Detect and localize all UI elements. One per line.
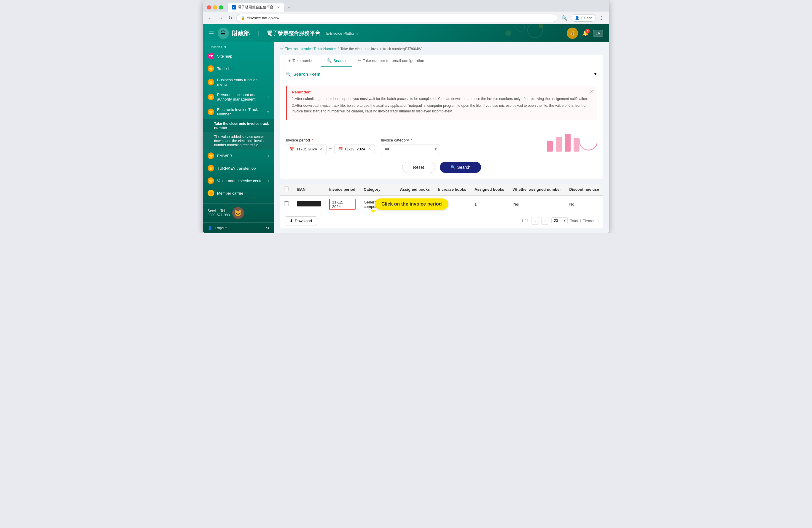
tab-close-button[interactable]: ✕ — [277, 5, 280, 10]
service-tel: Service Tel 0800-521-988 🐱 — [207, 207, 269, 219]
logout-arrow-icon: ↪ — [266, 226, 269, 230]
header-title-en: E-Invoice Platform — [326, 31, 358, 35]
sidebar-logout[interactable]: 👤 Logout ↪ — [203, 223, 274, 233]
svg-rect-7 — [574, 138, 580, 152]
breadcrumb: ::: Electronic Invoice Track Number / Ta… — [280, 47, 603, 51]
tab-email-config[interactable]: ✏ Take number for email configuration — [352, 55, 430, 67]
header-title-main: 財政部 — [232, 29, 250, 38]
guest-account-button[interactable]: 👤 Guest — [571, 14, 595, 22]
notification-badge: 1 — [585, 29, 590, 33]
sidebar-item-eaiweb[interactable]: ⭐ EAIWEB › — [203, 149, 274, 162]
table-header-row: BAN Invoice period Category Assigned boo… — [280, 184, 603, 196]
next-page-button[interactable]: › — [541, 217, 549, 225]
member-carrier-icon: 🔶 — [207, 190, 214, 196]
invoice-category-select[interactable]: All General tax computation Special tax … — [381, 144, 440, 154]
breadcrumb-separator: ::: — [280, 47, 283, 51]
row-assigned-books-cell: 1 — [396, 196, 434, 213]
service-tel-number: 0800-521-988 — [207, 213, 230, 217]
eaiweb-icon: ⭐ — [207, 153, 214, 159]
maximize-window-button[interactable] — [219, 5, 223, 10]
sidebar-item-todo[interactable]: ⭐ To-do list — [203, 62, 274, 75]
search-button-icon: 🔍 — [450, 165, 455, 170]
date-from-value: 11-12, 2024 — [296, 147, 317, 151]
page-size-wrapper: 20 50 100 — [551, 217, 568, 224]
close-window-button[interactable] — [207, 5, 211, 10]
prev-page-button[interactable]: ‹ — [531, 217, 539, 225]
page-size-select[interactable]: 20 50 100 — [551, 217, 568, 224]
row-increase-books-cell: 0 — [434, 196, 470, 213]
search-form-header[interactable]: 🔍 Search Form ▼ — [280, 67, 603, 81]
download-label: Download — [295, 219, 312, 223]
tab-take-number-label: Take number — [292, 58, 315, 63]
address-bar[interactable]: 🔒 einvoice.nat.gov.tw — [236, 14, 557, 22]
table-footer: ⬇ Download 1 / 1 ‹ › 20 50 100 — [280, 213, 603, 228]
app-body: Function List − 🗺 Site map ⭐ To-do list … — [203, 42, 609, 233]
new-tab-button[interactable]: + — [288, 5, 290, 10]
app-header: ☰ 🏛 財政部 ｜ 電子發票整合服務平台 E-Invoice Platform — [203, 24, 609, 42]
row-checkbox[interactable] — [284, 201, 289, 206]
tab-search[interactable]: 🔍 Search — [321, 55, 351, 67]
sidebar-item-sitemap[interactable]: 🗺 Site map — [203, 50, 274, 62]
breadcrumb-einvoice-track[interactable]: Electronic Invoice Track Number — [285, 47, 336, 51]
notifications-button[interactable]: 🔔 1 — [582, 30, 589, 37]
personnel-chevron-icon: › — [268, 95, 269, 99]
date-to-input[interactable]: 📅 11-12, 2024 ✕ — [334, 144, 375, 154]
svg-point-2 — [505, 30, 511, 36]
reset-button[interactable]: Reset — [402, 162, 435, 173]
sidebar-item-turnkey[interactable]: ⭐ TURNKEY transfer job › — [203, 162, 274, 174]
sidebar-item-member-carrier[interactable]: 🔶 Member carrier — [203, 187, 274, 199]
date-to-clear-button[interactable]: ✕ — [368, 147, 371, 151]
select-all-checkbox[interactable] — [284, 187, 289, 191]
refresh-button[interactable]: ↻ — [227, 14, 233, 22]
sidebar-item-einvoice-track[interactable]: ⭐ Electronic Invoice Track Number ∨ — [203, 104, 274, 119]
header-logo: 🏛 財政部 ｜ 電子發票整合服務平台 E-Invoice Platform — [218, 28, 358, 39]
sidebar: Function List − 🗺 Site map ⭐ To-do list … — [203, 42, 274, 233]
value-added-svc-chevron-icon: › — [268, 179, 269, 182]
business-chevron-icon: › — [268, 81, 269, 84]
sidebar-sub-item-value-added[interactable]: The value-added service center downloads… — [203, 132, 274, 149]
table-body: 11-12, 2024 General tax computation 1 0 … — [280, 196, 603, 213]
logout-label: Logout — [215, 226, 227, 230]
tab-bar: + Take number 🔍 Search ✏ Take number for… — [280, 55, 603, 67]
col-discontinue: Discontinue use — [565, 184, 603, 196]
sidebar-todo-label: To-do list — [217, 67, 232, 71]
invoice-period-value[interactable]: 11-12, 2024 — [329, 199, 356, 210]
ban-redacted — [297, 201, 321, 206]
col-invoice-period: Invoice period — [325, 184, 360, 196]
invoice-category-group: Invoice category * All General tax compu… — [381, 138, 440, 154]
download-button[interactable]: ⬇ Download — [285, 216, 317, 226]
sidebar-collapse-button[interactable]: − — [267, 45, 269, 49]
sidebar-item-business[interactable]: ⭐ Business entity function menu › — [203, 75, 274, 89]
pagination-info: 1 / 1 — [521, 219, 529, 223]
date-to-value: 11-12, 2024 — [345, 147, 365, 151]
col-increase-books: Increase books — [434, 184, 470, 196]
date-from-input[interactable]: 📅 11-12, 2024 ✕ — [286, 144, 327, 154]
sidebar-item-personnel[interactable]: ⭐ Personnel account and authority manage… — [203, 89, 274, 104]
download-icon: ⬇ — [290, 219, 293, 223]
svg-point-0 — [527, 24, 542, 38]
einvoice-track-icon: ⭐ — [207, 109, 214, 115]
browser-menu-button[interactable]: ⋮ — [598, 14, 605, 22]
row-invoice-period-cell[interactable]: 11-12, 2024 — [325, 196, 360, 213]
search-button[interactable]: 🔍 Search — [440, 162, 481, 173]
reminder-close-button[interactable]: ✕ — [590, 89, 594, 94]
sidebar-item-value-added-svc[interactable]: ⭐ Value-added service center › — [203, 174, 274, 187]
search-form-title-container: 🔍 Search Form — [286, 71, 321, 76]
forward-button[interactable]: → — [217, 14, 224, 22]
minimize-window-button[interactable] — [213, 5, 217, 10]
date-from-clear-button[interactable]: ✕ — [320, 147, 323, 151]
row-whether-assigned-cell: Yes — [508, 196, 565, 213]
invoice-category-label: Invoice category * — [381, 138, 440, 142]
header-right: 💰 🔔 1 EN — [567, 28, 603, 39]
sidebar-sub-item-take-number[interactable]: Take the electronic invoice track number — [203, 119, 274, 132]
language-selector[interactable]: EN — [593, 30, 603, 37]
browser-tab[interactable]: e 電子發票整合服務平台 ✕ — [228, 3, 284, 12]
search-browser-button[interactable]: 🔍 — [560, 14, 568, 22]
tab-take-number[interactable]: + Take number — [282, 55, 321, 67]
sidebar-sitemap-label: Site map — [217, 54, 232, 58]
sidebar-function-label: Function List − — [203, 42, 274, 50]
form-buttons-row: Reset 🔍 Search — [280, 159, 603, 179]
hamburger-menu-button[interactable]: ☰ — [209, 30, 214, 37]
sidebar-bottom: Service Tel 0800-521-988 🐱 — [203, 203, 274, 223]
back-button[interactable]: ← — [207, 14, 214, 22]
